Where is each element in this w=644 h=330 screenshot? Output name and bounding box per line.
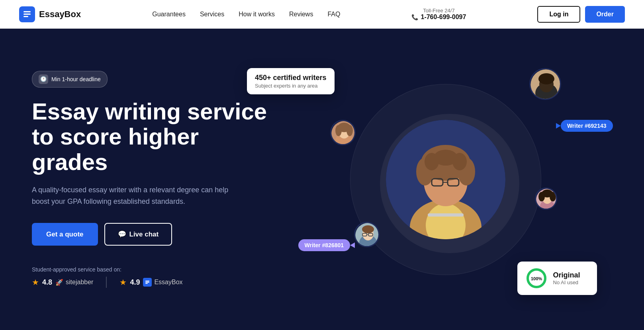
svg-point-29 <box>346 125 353 136</box>
nav-services[interactable]: Services <box>200 11 224 18</box>
nav-reviews[interactable]: Reviews <box>289 11 313 18</box>
get-quote-button[interactable]: Get a quote <box>32 223 98 246</box>
svg-text:100%: 100% <box>530 276 542 281</box>
logo-area: EssayBox <box>19 6 81 22</box>
main-nav: Guarantees Services How it works Reviews… <box>152 11 340 18</box>
phone-label: Toll-Free 24/7 <box>423 8 454 14</box>
live-chat-button[interactable]: 💬 Live chat <box>104 223 172 246</box>
essaybox-score: 4.9 <box>130 278 140 287</box>
svg-marker-43 <box>556 123 561 129</box>
essaybox-logo-icon <box>19 6 35 22</box>
essaybox-rating: ★ 4.9 EssayBox <box>119 277 182 287</box>
chat-bubble-icon: 💬 <box>118 230 126 238</box>
phone-icon: 📞 <box>411 14 418 20</box>
svg-point-28 <box>335 125 342 136</box>
svg-point-33 <box>362 225 374 233</box>
svg-point-23 <box>538 73 554 84</box>
original-card: 100% Original No AI used <box>517 262 597 295</box>
deadline-badge: 🕐 Min 1-hour deadline <box>32 71 108 88</box>
writer-avatar-1 <box>529 68 561 100</box>
svg-marker-44 <box>350 242 355 248</box>
svg-rect-5 <box>145 283 148 284</box>
svg-rect-0 <box>23 11 31 12</box>
svg-rect-1 <box>23 14 31 15</box>
ratings-row: ★ 4.8 🚀 sitejabber ★ 4.9 <box>32 277 279 288</box>
hero-right: 450+ certified writers Subject experts i… <box>279 60 612 299</box>
hero-title: Essay writing service to score higher gr… <box>32 99 279 175</box>
original-card-text: Original No AI used <box>553 271 580 285</box>
svg-rect-2 <box>23 16 28 17</box>
svg-point-15 <box>434 150 458 166</box>
original-title: Original <box>553 271 580 279</box>
sitejabber-rating: ★ 4.8 🚀 sitejabber <box>32 277 93 287</box>
star-icon-1: ★ <box>32 277 39 287</box>
order-button[interactable]: Order <box>585 6 625 23</box>
writer-tag-2: Writer #826801 <box>298 239 350 251</box>
svg-rect-19 <box>428 213 464 217</box>
nav-guarantees[interactable]: Guarantees <box>152 11 186 18</box>
nav-faq[interactable]: FAQ <box>327 11 340 18</box>
svg-point-42 <box>550 192 556 201</box>
svg-rect-4 <box>145 282 149 283</box>
writer-avatar-4 <box>535 187 557 210</box>
essaybox-icon-small <box>143 278 152 287</box>
ratings-label: Student-approved service based on: <box>32 266 279 273</box>
main-writer-avatar <box>386 120 505 239</box>
hero-subtitle: A quality-focused essay writer with a re… <box>32 184 247 207</box>
star-icon-2: ★ <box>119 277 127 287</box>
nav-how-it-works[interactable]: How it works <box>239 11 275 18</box>
ratings-area: Student-approved service based on: ★ 4.8… <box>32 266 279 288</box>
writers-circle-visualization: Writer #692143 Writer #826801 10 <box>342 76 549 283</box>
phone-area: Toll-Free 24/7 📞 1-760-699-0097 <box>411 8 466 21</box>
writer-avatar-2 <box>330 120 356 145</box>
sitejabber-platform: 🚀 sitejabber <box>55 279 93 286</box>
login-button[interactable]: Log in <box>537 6 580 23</box>
clock-icon: 🕐 <box>39 74 48 84</box>
logo-text: EssayBox <box>39 9 81 20</box>
donut-chart: 100% <box>525 267 548 289</box>
essaybox-platform: EssayBox <box>143 278 182 287</box>
writer-tag-1: Writer #692143 <box>561 120 613 132</box>
sitejabber-score: 4.8 <box>42 278 52 287</box>
phone-number: 📞 1-760-699-0097 <box>411 14 466 21</box>
svg-point-41 <box>538 192 545 201</box>
hero-section: 🕐 Min 1-hour deadline Essay writing serv… <box>0 29 644 330</box>
header: EssayBox Guarantees Services How it work… <box>0 0 644 29</box>
svg-rect-3 <box>145 281 149 281</box>
rocket-icon: 🚀 <box>55 279 63 286</box>
rating-divider <box>106 277 107 288</box>
hero-left: 🕐 Min 1-hour deadline Essay writing serv… <box>32 71 279 288</box>
writer-avatar-3 <box>354 222 380 247</box>
original-subtitle: No AI used <box>553 279 580 285</box>
hero-buttons: Get a quote 💬 Live chat <box>32 223 279 246</box>
header-buttons: Log in Order <box>537 6 625 23</box>
